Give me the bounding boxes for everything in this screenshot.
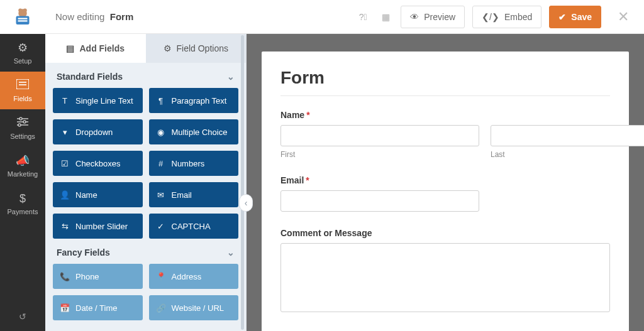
email-input[interactable] — [280, 190, 479, 212]
numbers-icon: # — [157, 159, 165, 168]
save-button[interactable]: ✔ Save — [549, 6, 601, 28]
field-chip-label: Paragraph Text — [172, 96, 227, 106]
left-nav: ⚙ Setup Fields Settings 📣 Marketing $ Pa… — [0, 0, 45, 331]
required-mark: * — [306, 175, 309, 185]
svg-point-1 — [18, 9, 22, 13]
field-chip-label: Dropdown — [75, 128, 113, 137]
code-icon: ❮/❯ — [482, 12, 499, 22]
field-chip-label: Website / URL — [172, 303, 225, 313]
svg-point-12 — [23, 121, 26, 123]
field-name[interactable]: Name* First Last — [280, 110, 610, 159]
tab-add-fields[interactable]: ▤ Add Fields — [45, 34, 146, 63]
nav-history[interactable]: ↺ — [0, 302, 45, 331]
field-chip-label: Multiple Choice — [172, 128, 228, 137]
help-icon[interactable]: ?⃝ — [355, 9, 370, 24]
nav-settings[interactable]: Settings — [0, 109, 45, 147]
field-chip-single-line-text[interactable]: TSingle Line Text — [53, 88, 143, 113]
fields-panel: ▤ Add Fields ⚙ Field Options Standard Fi… — [45, 34, 247, 331]
field-chip-multiple-choice[interactable]: ◉Multiple Choice — [149, 119, 239, 144]
preview-canvas-wrap: Form Name* First Last — [247, 34, 644, 331]
history-icon: ↺ — [19, 312, 26, 322]
app-logo — [0, 0, 45, 34]
nav-setup[interactable]: ⚙ Setup — [0, 34, 45, 72]
date-time-icon: 📅 — [60, 303, 69, 313]
form-name[interactable]: Form — [110, 11, 134, 22]
field-group-header[interactable]: Fancy Fields⌄ — [53, 239, 238, 264]
field-label: Comment or Message — [280, 228, 610, 238]
field-chip-label: Email — [172, 190, 192, 200]
now-editing: Now editing Form — [55, 11, 133, 22]
field-chip-label: Single Line Text — [75, 96, 133, 106]
single-line-text-icon: T — [60, 96, 69, 106]
field-chip-phone[interactable]: 📞Phone — [53, 264, 143, 289]
last-name-input[interactable] — [491, 125, 644, 146]
wpforms-logo-icon — [11, 6, 34, 28]
field-chip-email[interactable]: ✉Email — [149, 182, 239, 207]
sliders-icon: ⚙ — [164, 43, 172, 53]
sublabel-last: Last — [491, 150, 644, 159]
field-group-header[interactable]: Standard Fields⌄ — [53, 63, 238, 88]
field-label: Name* — [280, 110, 610, 120]
chevron-down-icon[interactable]: ⌄ — [227, 247, 235, 258]
captcha-icon: ✓ — [157, 222, 165, 231]
field-chip-checkboxes[interactable]: ☑Checkboxes — [53, 151, 143, 176]
collapse-panel-handle[interactable]: ‹ — [239, 194, 253, 212]
field-chip-label: Phone — [75, 272, 99, 281]
email-icon: ✉ — [157, 190, 165, 200]
comment-textarea[interactable] — [280, 243, 610, 312]
tab-field-options[interactable]: ⚙ Field Options — [146, 34, 247, 63]
svg-rect-4 — [18, 18, 28, 19]
nav-fields[interactable]: Fields — [0, 72, 45, 109]
divider — [280, 95, 610, 96]
sliders-icon — [17, 117, 28, 130]
eye-icon: 👁 — [410, 12, 419, 22]
checkboxes-icon: ☑ — [60, 159, 69, 168]
field-chip-label: Numbers — [172, 159, 205, 168]
field-chip-paragraph-text[interactable]: ¶Paragraph Text — [149, 88, 239, 113]
address-icon: 📍 — [157, 272, 165, 281]
embed-button[interactable]: ❮/❯ Embed — [472, 6, 541, 28]
first-name-input[interactable] — [280, 125, 479, 146]
chevron-left-icon: ‹ — [245, 198, 248, 208]
nav-label: Fields — [13, 95, 31, 102]
field-chip-website-url[interactable]: 🔗Website / URL — [149, 295, 239, 320]
group-title: Standard Fields — [57, 72, 123, 82]
apps-grid-icon[interactable]: ▦ — [378, 9, 393, 24]
field-chip-date-time[interactable]: 📅Date / Time — [53, 295, 143, 320]
field-email[interactable]: Email* — [280, 175, 610, 212]
svg-point-2 — [23, 9, 27, 13]
field-grid: 📞Phone📍Address📅Date / Time🔗Website / URL — [53, 264, 238, 320]
nav-marketing[interactable]: 📣 Marketing — [0, 147, 45, 185]
field-comment[interactable]: Comment or Message — [280, 228, 610, 314]
chevron-down-icon[interactable]: ⌄ — [227, 72, 235, 82]
label-text: Email — [280, 175, 304, 185]
field-chip-label: Address — [172, 272, 202, 281]
svg-rect-6 — [16, 79, 29, 89]
form-preview[interactable]: Form Name* First Last — [262, 52, 629, 331]
main-area: Now editing Form ?⃝ ▦ 👁 Preview ❮/❯ Embe… — [45, 0, 644, 331]
field-chip-address[interactable]: 📍Address — [149, 264, 239, 289]
nav-label: Marketing — [8, 170, 38, 178]
field-chip-numbers[interactable]: #Numbers — [149, 151, 239, 176]
tab-label: Field Options — [177, 43, 228, 53]
now-editing-prefix: Now editing — [55, 11, 104, 22]
multiple-choice-icon: ◉ — [157, 128, 165, 137]
dollar-icon: $ — [19, 192, 26, 205]
nav-label: Payments — [8, 208, 38, 215]
dropdown-icon: ▾ — [60, 128, 69, 137]
field-chip-name[interactable]: 👤Name — [53, 182, 143, 207]
name-icon: 👤 — [60, 190, 69, 200]
required-mark: * — [306, 110, 309, 120]
form-title[interactable]: Form — [280, 68, 610, 88]
close-icon[interactable]: ✕ — [613, 9, 634, 25]
field-chip-number-slider[interactable]: ⇆Number Slider — [53, 214, 143, 239]
field-label: Email* — [280, 175, 610, 185]
field-chip-captcha[interactable]: ✓CAPTCHA — [149, 214, 239, 239]
preview-button[interactable]: 👁 Preview — [401, 6, 465, 28]
nav-payments[interactable]: $ Payments — [0, 185, 45, 222]
field-chip-dropdown[interactable]: ▾Dropdown — [53, 119, 143, 144]
preview-label: Preview — [424, 12, 455, 22]
bullhorn-icon: 📣 — [16, 154, 30, 168]
field-chip-label: CAPTCHA — [172, 222, 211, 231]
svg-point-14 — [18, 124, 21, 126]
